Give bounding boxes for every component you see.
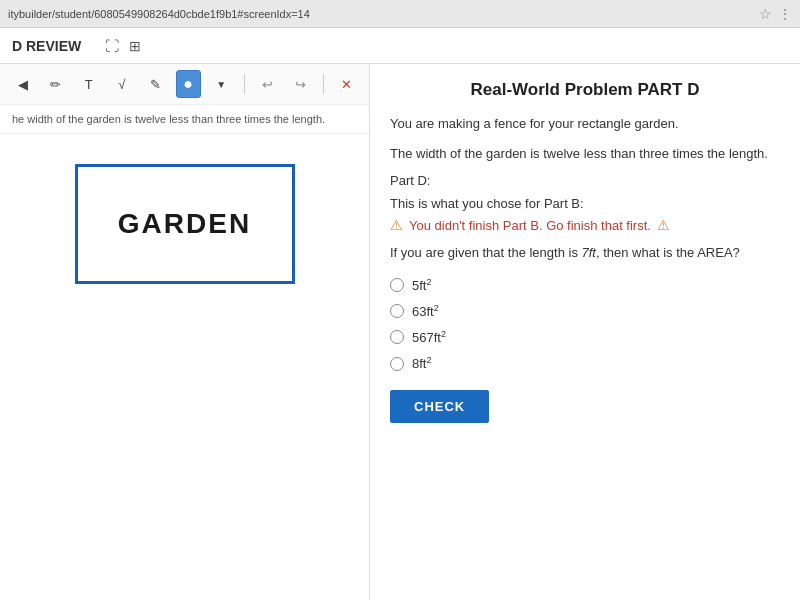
menu-icon[interactable]: ⋮: [778, 6, 792, 22]
right-panel: Real-World Problem PART D You are making…: [370, 64, 800, 600]
dropdown-button[interactable]: ▼: [209, 70, 234, 98]
options-list: 5ft2 63ft2 567ft2 8ft2: [390, 277, 780, 372]
redo-button[interactable]: ↪: [288, 70, 313, 98]
option-item-2[interactable]: 63ft2: [390, 303, 780, 319]
radio-opt3[interactable]: [390, 330, 404, 344]
expand-icon[interactable]: ⛶: [105, 38, 119, 54]
eraser-button[interactable]: ✎: [143, 70, 168, 98]
back-button[interactable]: ◀: [10, 70, 35, 98]
question-text: If you are given that the length is 7ft,…: [390, 243, 780, 263]
radio-opt2[interactable]: [390, 304, 404, 318]
radio-opt1[interactable]: [390, 278, 404, 292]
option-label-opt2: 63ft2: [412, 303, 439, 319]
option-label-opt4: 8ft2: [412, 355, 431, 371]
option-item-1[interactable]: 5ft2: [390, 277, 780, 293]
width-description: The width of the garden is twelve less t…: [390, 144, 780, 164]
pencil-button[interactable]: ✏: [43, 70, 68, 98]
garden-box: GARDEN: [75, 164, 295, 284]
main-content: ◀ ✏ T √ ✎ ● ▼ ↩ ↪ ✕ he width of the gard…: [0, 64, 800, 600]
problem-title: Real-World Problem PART D: [390, 80, 780, 100]
garden-label: GARDEN: [118, 208, 251, 240]
browser-bar: itybuilder/student/6080549908264d0cbde1f…: [0, 0, 800, 28]
option-label-opt3: 567ft2: [412, 329, 446, 345]
warning-icon-left: ⚠: [390, 217, 403, 233]
toolbar-divider: [244, 74, 245, 94]
this-is-label: This is what you chose for Part B:: [390, 196, 780, 211]
bookmark-icon[interactable]: ☆: [759, 6, 772, 22]
toolbar-divider2: [323, 74, 324, 94]
app-header: D REVIEW ⛶ ⊞: [0, 28, 800, 64]
text-button[interactable]: T: [76, 70, 101, 98]
problem-intro: You are making a fence for your rectangl…: [390, 114, 780, 134]
close-button[interactable]: ✕: [334, 70, 359, 98]
sqrt-button[interactable]: √: [109, 70, 134, 98]
review-label: D REVIEW: [12, 38, 81, 54]
garden-area: GARDEN: [0, 134, 369, 314]
warning-box: ⚠ You didn't finish Part B. Go finish th…: [390, 217, 780, 233]
header-icons: ⛶ ⊞: [105, 38, 141, 54]
warning-text: You didn't finish Part B. Go finish that…: [409, 218, 651, 233]
option-item-3[interactable]: 567ft2: [390, 329, 780, 345]
option-label-opt1: 5ft2: [412, 277, 431, 293]
color-button[interactable]: ●: [176, 70, 201, 98]
undo-button[interactable]: ↩: [255, 70, 280, 98]
warning-icon-right: ⚠: [657, 217, 670, 233]
left-panel: ◀ ✏ T √ ✎ ● ▼ ↩ ↪ ✕ he width of the gard…: [0, 64, 370, 600]
left-description: he width of the garden is twelve less th…: [0, 105, 369, 134]
option-item-4[interactable]: 8ft2: [390, 355, 780, 371]
radio-opt4[interactable]: [390, 357, 404, 371]
toolbar: ◀ ✏ T √ ✎ ● ▼ ↩ ↪ ✕: [0, 64, 369, 105]
check-button[interactable]: CHECK: [390, 390, 489, 423]
part-label: Part D:: [390, 173, 780, 188]
grid-icon[interactable]: ⊞: [129, 38, 141, 54]
browser-url: itybuilder/student/6080549908264d0cbde1f…: [8, 8, 759, 20]
